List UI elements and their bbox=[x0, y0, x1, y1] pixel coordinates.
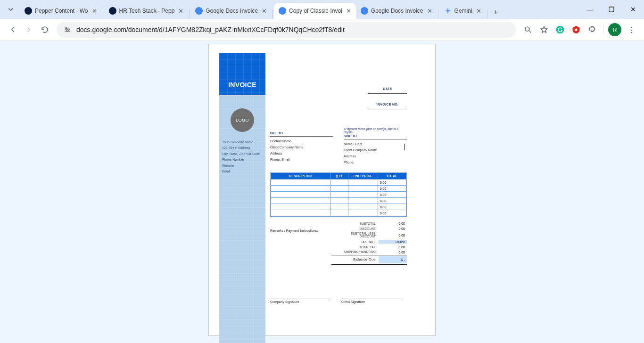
tab-hr-tech-stack[interactable]: HR Tech Stack - Pepp ✕ bbox=[104, 3, 189, 19]
window-controls: — ❐ ✕ bbox=[579, 0, 644, 19]
close-icon[interactable]: ✕ bbox=[92, 8, 97, 15]
remarks-label: Remarks / Payment Instructions: bbox=[270, 229, 318, 232]
table-row: 0.00 bbox=[271, 204, 406, 210]
docs-canvas[interactable]: INVOICE LOGO Your Company Name 123 Stree… bbox=[0, 41, 644, 343]
invoice-header-block: INVOICE bbox=[219, 53, 265, 95]
tab-title: Copy of Classic-Invoi bbox=[289, 8, 342, 14]
extension-grammarly-icon[interactable] bbox=[552, 22, 568, 38]
bookmark-icon[interactable] bbox=[536, 22, 552, 38]
svg-point-5 bbox=[575, 29, 578, 31]
grid-overlay bbox=[219, 95, 265, 343]
url-text: docs.google.com/document/d/1AFYGM82Zkqi_… bbox=[76, 26, 510, 33]
invoice-meta: DATE INVOICE NO. bbox=[368, 84, 407, 115]
company-info: Your Company Name 123 Street Address Cit… bbox=[222, 140, 263, 175]
logo-text: LOGO bbox=[236, 118, 249, 122]
bill-to-column: BILL TO Contact Name Client Company Name… bbox=[270, 127, 333, 165]
company-phone: Phone Number bbox=[222, 158, 263, 162]
invoice-sidebar-stripe: LOGO Your Company Name 123 Street Addres… bbox=[219, 95, 265, 343]
company-website: Website bbox=[222, 164, 263, 168]
favicon-icon bbox=[444, 7, 452, 15]
zoom-icon[interactable] bbox=[520, 22, 536, 38]
table-row: 0.00 bbox=[271, 192, 406, 198]
balance-due-value: $ - bbox=[379, 256, 407, 263]
favicon-icon bbox=[109, 7, 116, 15]
subtotal-label: SUBTOTAL bbox=[336, 222, 379, 225]
browser-toolbar: docs.google.com/document/d/1AFYGM82Zkqi_… bbox=[0, 19, 644, 41]
profile-avatar[interactable]: R bbox=[608, 23, 621, 36]
close-window-button[interactable]: ✕ bbox=[622, 0, 644, 19]
total-tax-value: 0.00 bbox=[379, 245, 407, 249]
address-bar[interactable]: docs.google.com/document/d/1AFYGM82Zkqi_… bbox=[57, 22, 516, 38]
bill-address: Address bbox=[270, 150, 333, 156]
document-page[interactable]: INVOICE LOGO Your Company Name 123 Stree… bbox=[208, 44, 436, 336]
payment-terms: <Payment terms (due on receipt, due in X… bbox=[344, 127, 407, 134]
favicon-icon bbox=[25, 7, 32, 15]
close-icon[interactable]: ✕ bbox=[178, 8, 183, 15]
tab-copy-classic-invoice[interactable]: Copy of Classic-Invoi ✕ bbox=[274, 3, 356, 19]
tab-title: Gemini bbox=[454, 8, 472, 14]
minimize-button[interactable]: — bbox=[579, 0, 601, 19]
close-icon[interactable]: ✕ bbox=[262, 8, 267, 15]
close-icon[interactable]: ✕ bbox=[346, 8, 351, 15]
col-unit-price: UNIT PRICE bbox=[348, 173, 378, 180]
new-tab-button[interactable]: + bbox=[489, 6, 503, 19]
toolbar-right-icons: R ⋮ bbox=[520, 22, 639, 38]
company-signature-label: Company Signature bbox=[270, 299, 331, 303]
tab-search-button[interactable] bbox=[3, 1, 19, 17]
favicon-icon bbox=[195, 7, 203, 15]
discount-label: DISCOUNT bbox=[336, 227, 379, 230]
text-cursor bbox=[405, 144, 405, 150]
profile-initial: R bbox=[612, 26, 617, 33]
discount-value: 0.00 bbox=[379, 227, 407, 230]
tab-google-docs-invoice-1[interactable]: Google Docs Invoice ✕ bbox=[190, 3, 272, 19]
extension-adblock-icon[interactable] bbox=[568, 22, 584, 38]
company-name: Your Company Name bbox=[222, 140, 263, 144]
table-row: 0.00 bbox=[271, 210, 406, 216]
back-button[interactable] bbox=[5, 22, 21, 38]
tab-gemini[interactable]: Gemini ✕ bbox=[439, 3, 486, 19]
invoice-no-field[interactable]: INVOICE NO. bbox=[368, 99, 407, 109]
maximize-button[interactable]: ❐ bbox=[601, 0, 622, 19]
tab-separator bbox=[487, 9, 487, 19]
ship-to-column: <Payment terms (due on receipt, due in X… bbox=[344, 127, 407, 165]
favicon-icon bbox=[361, 7, 368, 15]
tab-separator bbox=[438, 9, 438, 19]
table-row: 0.00 bbox=[271, 198, 406, 204]
bill-ship-block: BILL TO Contact Name Client Company Name… bbox=[270, 127, 407, 165]
browser-titlebar: Pepper Content - Wo ✕ HR Tech Stack - Pe… bbox=[0, 0, 644, 19]
tab-strip: Pepper Content - Wo ✕ HR Tech Stack - Pe… bbox=[0, 0, 503, 19]
col-total: TOTAL bbox=[378, 173, 406, 180]
totals-block: SUBTOTAL0.00 DISCOUNT0.00 SUBTOTAL LESS … bbox=[331, 221, 407, 265]
tab-google-docs-invoice-2[interactable]: Google Docs Invoice ✕ bbox=[356, 3, 437, 19]
balance-due-label: Balance Due bbox=[336, 258, 379, 262]
close-icon[interactable]: ✕ bbox=[427, 8, 432, 15]
tab-title: HR Tech Stack - Pepp bbox=[119, 8, 175, 14]
site-settings-icon[interactable] bbox=[63, 25, 72, 34]
tab-separator bbox=[103, 9, 103, 19]
ship-company: Client Company Name bbox=[344, 147, 407, 153]
subtotal-value: 0.00 bbox=[379, 222, 407, 225]
company-addr2: City, State, Zip/Post Code bbox=[222, 152, 263, 156]
line-items-table[interactable]: DESCRIPTION QTY UNIT PRICE TOTAL 0.00 0.… bbox=[270, 172, 407, 217]
sub-less-value: 0.00 bbox=[379, 234, 407, 237]
ship-to-header: SHIP TO bbox=[344, 134, 407, 139]
bill-phone-email: Phone, Email bbox=[270, 156, 333, 163]
close-icon[interactable]: ✕ bbox=[476, 8, 481, 15]
table-row: 0.00 bbox=[271, 180, 406, 186]
tax-rate-label: TAX RATE bbox=[336, 240, 379, 244]
company-email: Email bbox=[222, 170, 263, 173]
ship-phone: Phone bbox=[344, 159, 407, 165]
chrome-menu-icon[interactable]: ⋮ bbox=[623, 22, 639, 38]
tab-pepper-content[interactable]: Pepper Content - Wo ✕ bbox=[20, 3, 102, 19]
forward-button[interactable] bbox=[21, 22, 37, 38]
company-addr1: 123 Street Address bbox=[222, 146, 263, 150]
tab-title: Google Docs Invoice bbox=[206, 8, 258, 14]
svg-point-2 bbox=[66, 31, 67, 32]
extensions-icon[interactable] bbox=[584, 22, 600, 38]
tab-separator bbox=[272, 9, 273, 19]
favicon-icon bbox=[279, 7, 286, 15]
svg-point-4 bbox=[556, 26, 564, 34]
date-field[interactable]: DATE bbox=[368, 84, 407, 94]
reload-button[interactable] bbox=[37, 22, 53, 38]
invoice-sidebar: INVOICE LOGO Your Company Name 123 Stree… bbox=[219, 53, 265, 343]
